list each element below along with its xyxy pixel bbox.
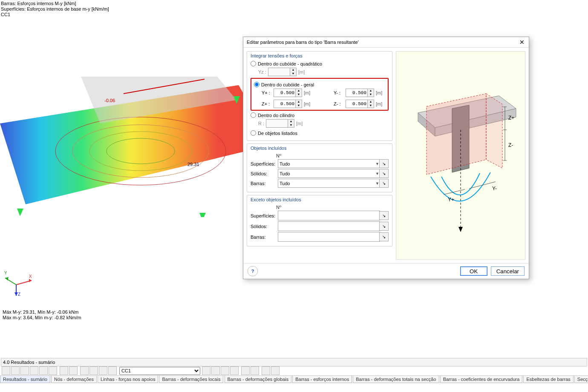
svg-text:Y+: Y+ — [448, 197, 454, 203]
tab[interactable]: Barras - deformações globais — [225, 376, 292, 383]
tab[interactable]: Nós - deformações — [51, 376, 97, 383]
spin-up-icon[interactable]: ▲ — [290, 68, 296, 72]
group-included: Objetos incluídos Nº Superfícies: Tudo▼ … — [247, 143, 392, 192]
tool-btn[interactable] — [49, 366, 57, 375]
svg-point-4 — [107, 138, 175, 164]
solids-combo[interactable]: Tudo▼ — [278, 169, 381, 178]
svg-text:Y: Y — [4, 271, 7, 275]
svg-marker-11 — [233, 96, 240, 104]
svg-marker-19 — [14, 292, 18, 296]
tool-btn[interactable] — [39, 366, 48, 375]
spin-up-icon[interactable]: ▲ — [296, 89, 302, 93]
radio-listed[interactable] — [251, 130, 256, 136]
pick-icon[interactable]: ↘ — [379, 211, 389, 220]
yplus-label: Y+ : — [262, 90, 272, 95]
chevron-down-icon: ▼ — [375, 172, 379, 176]
tool-btn[interactable] — [69, 366, 78, 375]
solids-label: Sólidos: — [251, 224, 276, 229]
spin-down-icon[interactable]: ▼ — [368, 104, 374, 108]
spin-up-icon[interactable]: ▲ — [368, 89, 374, 93]
tool-btn[interactable] — [99, 366, 107, 375]
svg-marker-10 — [199, 213, 206, 217]
cancel-button[interactable]: Cancelar — [491, 266, 525, 276]
spin-down-icon[interactable]: ▼ — [368, 93, 374, 97]
tab[interactable]: Barras - deformações totais na secção — [353, 376, 439, 383]
tool-btn[interactable] — [30, 366, 38, 375]
tool-btn[interactable] — [89, 366, 98, 375]
unit-label: [m] — [376, 90, 385, 95]
help-icon[interactable]: ? — [248, 266, 258, 276]
close-icon[interactable]: ✕ — [518, 38, 526, 46]
tool-btn[interactable] — [11, 366, 20, 375]
nav-first-icon[interactable] — [202, 366, 210, 375]
tab[interactable]: Barras - esforços internos — [292, 376, 352, 383]
surfaces-exclude-input[interactable] — [278, 211, 380, 220]
zplus-label: Z+ : — [262, 101, 272, 106]
radio-label: Dentro do cubóide - quadrático — [258, 61, 322, 66]
tool-btn[interactable] — [241, 366, 250, 375]
radio-quadratic[interactable] — [251, 61, 256, 66]
pick-icon[interactable]: ↘ — [379, 232, 389, 241]
tool-btn[interactable] — [271, 366, 280, 375]
nav-last-icon[interactable] — [230, 366, 239, 375]
yminus-input[interactable] — [346, 89, 367, 97]
tool-btn[interactable] — [80, 366, 89, 375]
spin-up-icon[interactable]: ▲ — [288, 120, 294, 123]
members-label: Barras: — [251, 235, 276, 240]
svg-marker-25 — [427, 94, 486, 175]
spin-down-icon[interactable]: ▼ — [290, 72, 296, 76]
tool-btn[interactable] — [20, 366, 29, 375]
radio-label: Dentro do cubóide - geral — [261, 82, 314, 87]
tool-btn[interactable] — [60, 366, 68, 375]
info-line: Máx M-y: 29.31, Mín M-y: -0.06 kNm — [3, 309, 81, 315]
info-line: Barras: Esforços internos M-y [kNm] — [1, 1, 109, 6]
group-excluded: Exceto objetos incluídos Nº Superfícies:… — [247, 195, 392, 246]
tab[interactable]: Barras - coeficientes de encurvadura — [440, 376, 523, 383]
zminus-input[interactable] — [346, 100, 367, 108]
pick-icon[interactable]: ↘ — [379, 179, 389, 188]
spin-down-icon[interactable]: ▼ — [288, 123, 294, 127]
nav-next-icon[interactable] — [221, 366, 229, 375]
pick-icon[interactable]: ↘ — [379, 222, 389, 231]
dialog-titlebar[interactable]: Editar parâmetros para barra do tipo 'Ba… — [243, 37, 529, 48]
yplus-input[interactable] — [274, 89, 295, 97]
export-excel-icon[interactable] — [262, 366, 270, 375]
tab[interactable]: Resultados - sumário — [0, 376, 50, 383]
tab[interactable]: Esbeltezas de barras — [523, 376, 573, 383]
tab[interactable]: Linhas - forças nos apoios — [98, 376, 158, 383]
tool-btn[interactable] — [2, 366, 10, 375]
svg-text:Z: Z — [18, 292, 20, 297]
tab[interactable]: Secções - esforços internos — [574, 376, 588, 383]
spin-up-icon[interactable]: ▲ — [368, 100, 374, 104]
ok-button[interactable]: OK — [460, 266, 487, 276]
tab[interactable]: Barras - deformações locais — [159, 376, 223, 383]
pick-icon[interactable]: ↘ — [379, 169, 389, 178]
members-exclude-input[interactable] — [278, 232, 380, 242]
surfaces-combo[interactable]: Tudo▼ — [278, 159, 381, 168]
spin-down-icon[interactable]: ▼ — [296, 93, 302, 97]
tool-btn[interactable] — [108, 366, 117, 375]
info-line: Superfícies: Esforços internos de base m… — [1, 6, 109, 12]
solids-exclude-input[interactable] — [278, 221, 380, 231]
svg-text:X: X — [29, 274, 32, 279]
tool-btn[interactable] — [251, 366, 259, 375]
spin-down-icon[interactable]: ▼ — [296, 104, 302, 108]
svg-marker-5 — [81, 77, 236, 123]
members-label: Barras: — [251, 181, 276, 186]
radio-general[interactable] — [254, 82, 259, 87]
svg-text:Z+: Z+ — [508, 115, 514, 121]
group-title: Exceto objetos incluídos — [251, 197, 389, 202]
members-combo[interactable]: Tudo▼ — [278, 179, 381, 188]
nav-prev-icon[interactable] — [211, 366, 220, 375]
status-text: 4.0 Resultados - sumário — [3, 360, 55, 365]
yz-label: Yz : — [258, 69, 266, 74]
radio-cylinder[interactable] — [251, 112, 256, 118]
zminus-label: Z- : — [334, 101, 344, 106]
info-line: CC1 — [1, 12, 109, 17]
no-header: Nº — [276, 153, 389, 158]
loadcase-combo[interactable]: CC1 — [119, 367, 200, 375]
surfaces-label: Superfícies: — [251, 161, 276, 166]
spin-up-icon[interactable]: ▲ — [296, 100, 302, 104]
pick-icon[interactable]: ↘ — [379, 159, 389, 168]
zplus-input[interactable] — [274, 100, 295, 108]
